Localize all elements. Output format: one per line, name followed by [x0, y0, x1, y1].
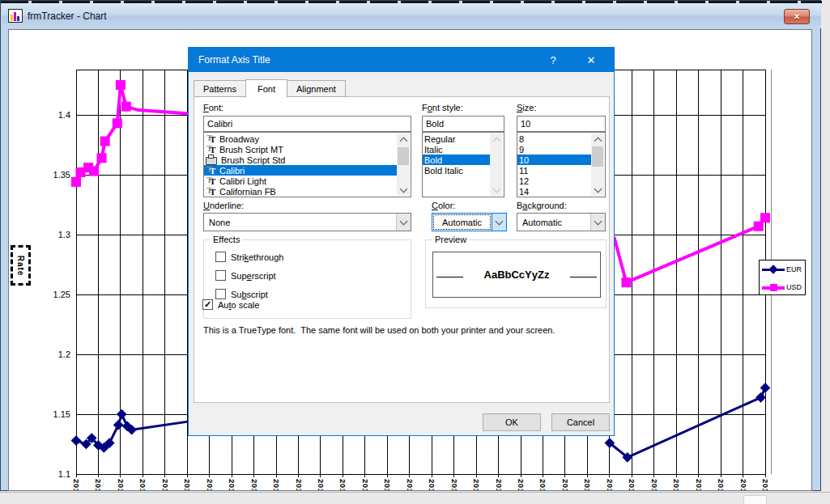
- strikethrough-checkbox[interactable]: [215, 252, 226, 262]
- x-tick-label: 2018: [295, 479, 304, 490]
- size-input[interactable]: [517, 116, 606, 132]
- tab-font[interactable]: Font: [245, 79, 287, 98]
- underline-value: None: [205, 214, 395, 230]
- effect-row[interactable]: Superscript: [215, 270, 276, 281]
- list-item[interactable]: Bold: [423, 155, 490, 165]
- x-tick-label: 2018: [317, 479, 326, 490]
- font-listbox[interactable]: TTBroadwayTTBrush Script MTBrush Script …: [203, 132, 411, 197]
- y-tick-label: 1.25: [53, 290, 70, 299]
- size-scrollbar[interactable]: [591, 133, 604, 196]
- window-titlebar: frmTracker - Chart ✕: [2, 3, 821, 28]
- list-item[interactable]: Regular: [423, 133, 490, 144]
- list-item[interactable]: 8: [517, 133, 591, 144]
- list-item[interactable]: Italic: [423, 144, 490, 155]
- list-item-label: 10: [519, 155, 529, 165]
- size-label: Size:: [517, 103, 536, 112]
- scroll-up-icon[interactable]: [397, 133, 410, 146]
- subscript-checkbox[interactable]: [215, 289, 226, 299]
- window-close-button[interactable]: ✕: [784, 9, 810, 24]
- list-item[interactable]: Brush Script Std: [204, 155, 397, 165]
- list-item[interactable]: TTBroadway: [204, 133, 397, 144]
- window-title: frmTracker - Chart: [28, 11, 107, 22]
- background-combobox[interactable]: Automatic: [517, 213, 606, 231]
- bottom-strip-chip: [743, 495, 767, 504]
- x-tick-label: 2018: [406, 479, 415, 490]
- y-tick-label: 1.3: [58, 230, 70, 239]
- legend-sample: [762, 264, 785, 275]
- scroll-down-icon[interactable]: [591, 184, 604, 196]
- font-style-scrollbar[interactable]: [490, 133, 503, 196]
- effect-row[interactable]: Subscript: [215, 289, 268, 299]
- size-listbox[interactable]: 8910111214: [517, 132, 606, 197]
- x-tick-label: 2018: [538, 479, 547, 490]
- font-input[interactable]: [203, 116, 411, 132]
- y-axis-title-selected[interactable]: Rate: [11, 245, 31, 286]
- dialog-title: Format Axis Title: [198, 54, 270, 66]
- legend-sample: [762, 282, 785, 293]
- y-tick-label: 1.1: [58, 469, 70, 479]
- list-item[interactable]: TTCalibri Light: [204, 176, 397, 186]
- list-item-label: Calibri: [219, 166, 245, 176]
- chevron-down-icon[interactable]: [396, 214, 411, 231]
- list-item[interactable]: 14: [517, 186, 591, 197]
- dialog-close-button[interactable]: ✕: [582, 52, 600, 68]
- chart-legend: EURUSD: [759, 260, 806, 295]
- list-item[interactable]: 9: [517, 144, 591, 155]
- chevron-down-icon[interactable]: [590, 214, 605, 231]
- font-list-scrollbar[interactable]: [397, 133, 410, 196]
- scroll-up-icon[interactable]: [490, 133, 503, 146]
- x-tick-label: 2019: [695, 479, 704, 490]
- auto-scale-checkbox[interactable]: ✓: [202, 299, 213, 310]
- chevron-down-icon[interactable]: [492, 214, 506, 231]
- font-style-listbox[interactable]: RegularItalicBoldBold Italic: [422, 132, 504, 197]
- ok-button[interactable]: OK: [483, 413, 541, 431]
- x-tick-label: 2017: [72, 479, 81, 490]
- x-tick-label: 2018: [94, 479, 103, 490]
- list-item[interactable]: TTBrush Script MT: [204, 144, 397, 155]
- color-value: Automatic: [433, 214, 491, 230]
- list-item[interactable]: Bold Italic: [423, 165, 490, 176]
- x-tick-label: 2018: [583, 479, 592, 490]
- list-item[interactable]: 12: [517, 176, 591, 186]
- tab-alignment[interactable]: Alignment: [287, 80, 346, 97]
- list-item-label: Calibri Light: [219, 176, 266, 186]
- truetype-icon: TT: [206, 187, 218, 197]
- font-style-label: Font style:: [422, 103, 463, 112]
- font-style-input[interactable]: [422, 116, 504, 132]
- list-item[interactable]: TTCalifornian FB: [204, 186, 397, 197]
- x-tick-label: 2018: [561, 479, 570, 490]
- cancel-button[interactable]: Cancel: [551, 413, 610, 431]
- list-item-label: Broadway: [219, 134, 259, 144]
- list-item-label: 8: [519, 134, 524, 144]
- superscript-checkbox[interactable]: [215, 270, 226, 281]
- scroll-down-icon[interactable]: [397, 184, 410, 196]
- bottom-strip: [0, 492, 830, 504]
- list-item-label: Bold: [424, 155, 442, 165]
- x-tick-label: 2018: [183, 479, 192, 490]
- list-item[interactable]: 11: [517, 165, 591, 176]
- x-tick-label: 2018: [250, 479, 259, 490]
- scroll-up-icon[interactable]: [591, 133, 604, 146]
- x-tick-label: 2018: [138, 479, 147, 490]
- list-item-label: 11: [519, 166, 528, 176]
- list-item-label: Brush Script Std: [221, 155, 285, 165]
- x-tick-label: 2019: [739, 479, 748, 490]
- effect-row[interactable]: Strikethrough: [215, 252, 283, 262]
- scroll-down-icon[interactable]: [490, 184, 503, 196]
- preview-baseline-right: [570, 277, 597, 277]
- underline-combobox[interactable]: None: [203, 213, 411, 231]
- dialog-help-button[interactable]: ?: [546, 52, 560, 68]
- color-combobox[interactable]: Automatic: [432, 213, 507, 231]
- list-item-label: Brush Script MT: [219, 145, 283, 155]
- color-label: Color:: [432, 201, 455, 210]
- effect-label: Superscript: [231, 271, 276, 281]
- auto-scale-row[interactable]: ✓ Auto scale: [202, 299, 259, 310]
- list-item[interactable]: 10: [517, 155, 591, 165]
- effect-label: Subscript: [231, 290, 268, 299]
- scroll-thumb[interactable]: [398, 147, 409, 165]
- tab-patterns[interactable]: Patterns: [194, 80, 246, 97]
- list-item[interactable]: TTCalibri: [204, 165, 397, 176]
- scroll-thumb[interactable]: [592, 146, 603, 167]
- dialog-titlebar[interactable]: Format Axis Title ? ✕: [189, 48, 614, 72]
- dialog-tabs: PatternsFontAlignment: [194, 78, 345, 97]
